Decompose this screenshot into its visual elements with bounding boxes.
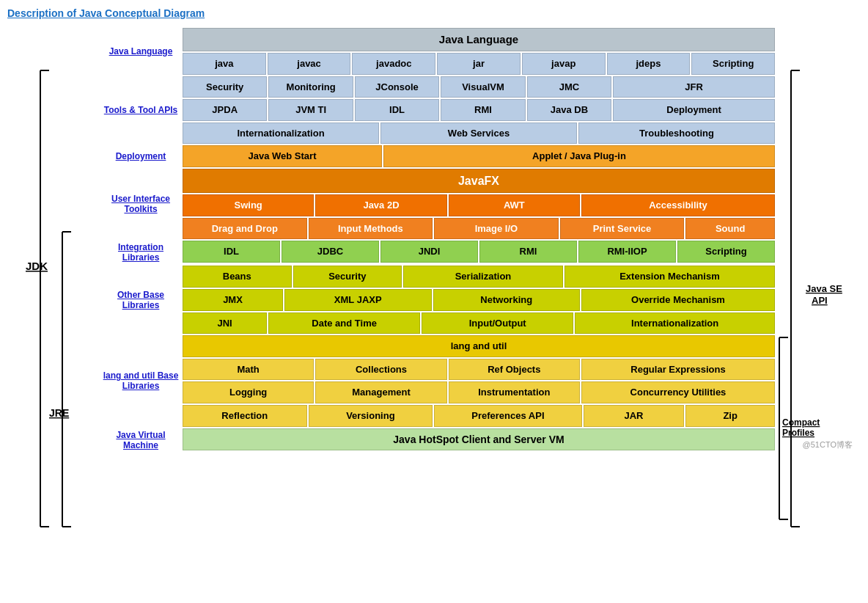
cell-jvmti: JVM TI [268, 99, 353, 121]
cell-accessibility: Accessibility [581, 194, 775, 216]
cell-extension-mech: Extension Mechanism [564, 266, 775, 288]
cell-regex: Regular Expressions [581, 359, 775, 381]
cell-zip: Zip [685, 405, 775, 427]
cell-idl-int: IDL [183, 241, 280, 263]
diagram-content: Java Language Java Language java javac j… [100, 28, 775, 452]
svg-text:JDK: JDK [26, 260, 48, 272]
cell-javac: javac [268, 53, 351, 75]
cell-jni: JNI [183, 313, 267, 335]
cell-javadoc: javadoc [352, 53, 435, 75]
integration-label: Integration Libraries [100, 241, 181, 264]
cell-jdbc: JDBC [282, 241, 379, 263]
tools-label: Tools & Tool APIs [100, 76, 181, 145]
cell-jconsole: JConsole [355, 76, 439, 98]
cell-serialization: Serialization [403, 266, 563, 288]
jvm-label: Java Virtual Machine [100, 428, 181, 452]
cell-javadb: Java DB [527, 99, 611, 121]
java-language-label: Java Language [100, 28, 181, 75]
svg-text:Profiles: Profiles [782, 428, 814, 438]
cell-visualvm: VisualVM [441, 76, 525, 98]
cell-management: Management [315, 381, 446, 403]
cell-jmc: JMC [527, 76, 611, 98]
ui-toolkits-label: User Interface Toolkits [100, 169, 181, 239]
cell-monitoring: Monitoring [268, 76, 353, 98]
svg-text:API: API [812, 295, 828, 306]
lang-util-title: lang and util [183, 335, 775, 357]
cell-sound: Sound [685, 218, 775, 240]
cell-rmi-iiop: RMI-IIOP [578, 241, 676, 263]
svg-text:JRE: JRE [49, 407, 69, 419]
cell-input-methods: Input Methods [309, 218, 433, 240]
cell-image-io: Image I/O [434, 218, 559, 240]
cell-security-base: Security [293, 266, 402, 288]
left-brackets: JDK JRE [12, 28, 100, 585]
cell-preferences-api: Preferences API [434, 405, 581, 427]
svg-text:Java SE: Java SE [806, 283, 842, 294]
cell-override-mech: Override Mechanism [581, 289, 775, 311]
cell-java2d: Java 2D [315, 194, 446, 216]
cell-collections: Collections [315, 359, 446, 381]
cell-scripting-tools: Scripting [691, 53, 775, 75]
cell-javafx: JavaFX [183, 169, 775, 193]
cell-date-time: Date and Time [268, 313, 420, 335]
cell-jpda: JPDA [183, 99, 267, 121]
cell-ref-objects: Ref Objects [449, 359, 580, 381]
lang-util-label: lang and util Base Libraries [100, 335, 181, 426]
cell-internationalization-tools: Internationalization [183, 123, 379, 145]
cell-scripting-int: Scripting [677, 241, 775, 263]
cell-troubleshooting: Troubleshooting [578, 123, 775, 145]
cell-awt: AWT [449, 194, 580, 216]
deployment-label: Deployment [100, 145, 181, 167]
cell-instrumentation: Instrumentation [449, 381, 580, 403]
cell-jndi: JNDI [380, 241, 478, 263]
watermark: @51CTO博客 [803, 439, 853, 450]
cell-jfr: JFR [613, 76, 775, 98]
cell-input-output: Input/Output [422, 313, 573, 335]
cell-jar: jar [437, 53, 521, 75]
svg-text:Compact: Compact [782, 417, 820, 428]
cell-internationalization-base: Internationalization [575, 313, 775, 335]
cell-logging: Logging [183, 381, 314, 403]
cell-xml-jaxp: XML JAXP [284, 289, 432, 311]
cell-reflection: Reflection [183, 405, 307, 427]
cell-concurrency: Concurrency Utilities [581, 381, 775, 403]
cell-jdeps: jdeps [607, 53, 691, 75]
cell-java: java [183, 53, 266, 75]
cell-applet: Applet / Java Plug-in [383, 145, 775, 167]
cell-rmi-int: RMI [479, 241, 577, 263]
cell-java-web-start: Java Web Start [183, 145, 382, 167]
cell-print-service: Print Service [560, 218, 685, 240]
cell-beans: Beans [183, 266, 292, 288]
cell-security-tools: Security [183, 76, 267, 98]
right-brackets: Compact Profiles Java SE API [775, 28, 856, 585]
cell-jvm: Java HotSpot Client and Server VM [183, 428, 775, 451]
cell-webservices: Web Services [380, 123, 577, 145]
other-base-label: Other Base Libraries [100, 266, 181, 334]
cell-javap: javap [522, 53, 606, 75]
cell-drag-drop: Drag and Drop [183, 218, 307, 240]
cell-rmi-tools: RMI [441, 99, 525, 121]
java-language-title: Java Language [183, 28, 775, 51]
cell-swing: Swing [183, 194, 314, 216]
cell-math: Math [183, 359, 314, 381]
cell-idl-tools: IDL [355, 99, 439, 121]
cell-jar: JAR [584, 405, 685, 427]
cell-deployment-tools: Deployment [613, 99, 775, 121]
cell-versioning: Versioning [309, 405, 433, 427]
page-title: Description of Java Conceptual Diagram [7, 7, 861, 19]
cell-networking: Networking [433, 289, 581, 311]
cell-jmx: JMX [183, 289, 283, 311]
